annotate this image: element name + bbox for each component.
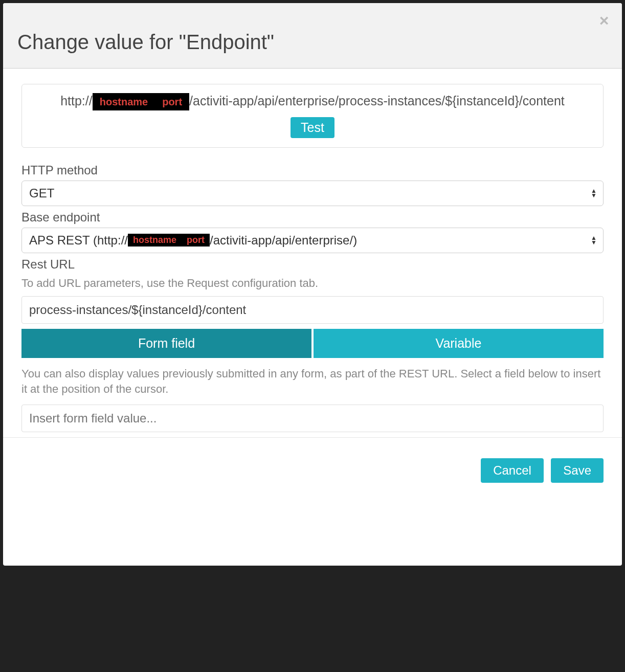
cancel-button[interactable]: Cancel	[481, 458, 544, 483]
modal-footer: Cancel Save	[3, 437, 622, 498]
http-method-value: GET	[29, 186, 54, 200]
select-arrows-icon: ▲▼	[591, 236, 597, 245]
insert-tabs: Form field Variable	[21, 329, 604, 358]
rest-url-group: Rest URL To add URL parameters, use the …	[21, 257, 604, 324]
rest-url-label: Rest URL	[21, 257, 604, 272]
http-method-label: HTTP method	[21, 163, 604, 177]
url-preview-text: http://hostnameport/activiti-app/api/ent…	[29, 92, 596, 111]
redacted-hostname: hostname	[93, 93, 155, 110]
url-prefix: http://	[60, 94, 93, 108]
rest-url-input[interactable]	[21, 296, 604, 324]
close-icon[interactable]: ×	[597, 12, 611, 26]
modal-body: http://hostnameport/activiti-app/api/ent…	[3, 69, 622, 437]
test-button[interactable]: Test	[291, 117, 334, 138]
tab-variable[interactable]: Variable	[314, 329, 604, 358]
select-arrows-icon: ▲▼	[591, 189, 597, 198]
url-preview-box: http://hostnameport/activiti-app/api/ent…	[21, 84, 604, 148]
insert-form-field-input[interactable]	[21, 405, 604, 432]
redacted-port: port	[155, 93, 189, 110]
tab-form-field[interactable]: Form field	[21, 329, 311, 358]
redacted-hostname: hostname	[128, 234, 182, 247]
modal-title: Change value for "Endpoint"	[17, 15, 608, 54]
base-endpoint-suffix: /activiti-app/api/enterprise/)	[210, 233, 357, 248]
redacted-port: port	[182, 234, 210, 247]
base-endpoint-group: Base endpoint APS REST (http:// hostname…	[21, 210, 604, 253]
http-method-select[interactable]: GET ▲▼	[21, 181, 604, 206]
base-endpoint-label: Base endpoint	[21, 210, 604, 225]
base-endpoint-prefix: APS REST (http://	[29, 233, 128, 248]
modal-header: × Change value for "Endpoint"	[3, 3, 622, 69]
url-path: /activiti-app/api/enterprise/process-ins…	[189, 94, 565, 108]
http-method-group: HTTP method GET ▲▼	[21, 163, 604, 206]
save-button[interactable]: Save	[551, 458, 604, 483]
insert-helper-text: You can also display values previously s…	[21, 366, 604, 398]
base-endpoint-select[interactable]: APS REST (http:// hostname port /activit…	[21, 228, 604, 253]
modal-dialog: × Change value for "Endpoint" http://hos…	[3, 3, 622, 566]
rest-url-helper: To add URL parameters, use the Request c…	[21, 277, 604, 290]
